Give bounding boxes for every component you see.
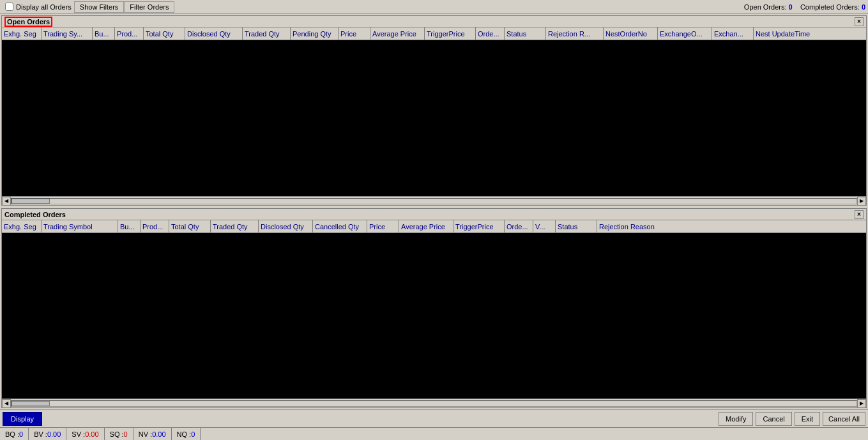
th-exchange-o[interactable]: ExchangeO... [658,27,712,40]
th2-trading-symbol[interactable]: Trading Symbol [42,220,118,232]
th-average-price[interactable]: Average Price [370,27,425,40]
th2-prod[interactable]: Prod... [141,220,169,232]
display-all-checkbox[interactable] [5,3,13,11]
completed-orders-scroll-right[interactable]: ▶ [857,399,866,408]
th2-orde[interactable]: Orde... [505,220,533,232]
th-total-qty[interactable]: Total Qty [144,27,185,40]
cancel-button[interactable]: Cancel [756,412,791,426]
th-traded-qty[interactable]: Traded Qty [243,27,291,40]
completed-orders-scroll-thumb[interactable] [11,401,50,406]
display-button[interactable]: Display [3,412,42,426]
sq-value: 0 [124,430,128,438]
open-orders-table-header: Exhg. Seg Trading Sy... Bu... Prod... To… [2,27,866,40]
bv-status: BV : 0.00 [29,428,66,440]
th-orde[interactable]: Orde... [476,27,505,40]
display-all-orders-btn[interactable]: Display all Orders [3,1,74,12]
th2-rejection-reason[interactable]: Rejection Reason [597,220,674,232]
modify-button[interactable]: Modify [719,412,753,426]
th2-disclosed-qty[interactable]: Disclosed Qty [259,220,313,232]
nv-value: 0.00 [152,430,165,438]
open-orders-header: Open Orders × [2,16,866,27]
th2-price[interactable]: Price [367,220,399,232]
completed-orders-scroll-track[interactable] [11,400,857,407]
th-nest-update-time[interactable]: Nest UpdateTime [754,27,818,40]
th-trading-sy[interactable]: Trading Sy... [42,27,93,40]
th2-status[interactable]: Status [556,220,597,232]
completed-orders-close-btn[interactable]: × [855,210,864,219]
th-prod[interactable]: Prod... [115,27,144,40]
th-bu[interactable]: Bu... [93,27,115,40]
nq-value: 0 [191,430,195,438]
sq-label: SQ : [110,430,124,438]
th2-v[interactable]: V... [533,220,556,232]
th2-trigger-price[interactable]: TriggerPrice [453,220,505,232]
display-all-label: Display all Orders [16,3,72,11]
th2-total-qty[interactable]: Total Qty [169,220,211,232]
filter-orders-btn[interactable]: Filter Orders [124,1,174,13]
open-orders-title: Open Orders [4,17,52,27]
th2-bu[interactable]: Bu... [118,220,141,232]
bottom-toolbar: Display Modify Cancel Exit Cancel All [0,409,868,427]
completed-orders-scroll-left[interactable]: ◀ [2,399,11,408]
completed-orders-table-header: Exhg. Seg Trading Symbol Bu... Prod... T… [2,220,866,233]
th-disclosed-qty[interactable]: Disclosed Qty [185,27,243,40]
th-pending-qty[interactable]: Pending Qty [291,27,339,40]
completed-orders-table-body [2,233,866,398]
completed-orders-title: Completed Orders [4,211,66,218]
sv-value: 0.00 [85,430,98,438]
nq-status: NQ : 0 [172,428,201,440]
toolbar-right: Open Orders: 0 Completed Orders: 0 [744,3,865,11]
nq-label: NQ : [177,430,192,438]
open-orders-close-btn[interactable]: × [855,17,864,26]
th-trigger-price[interactable]: TriggerPrice [425,27,476,40]
bq-status: BQ : 0 [0,428,29,440]
status-bar: BQ : 0 BV : 0.00 SV : 0.00 SQ : 0 NV : 0… [0,427,868,440]
exit-button[interactable]: Exit [795,412,820,426]
nv-status: NV : 0.00 [133,428,172,440]
th-status[interactable]: Status [505,27,546,40]
open-orders-scroll-track[interactable] [11,198,857,204]
toolbar-left: Display all Orders Show Filters Filter O… [3,1,373,13]
open-orders-scroll-thumb[interactable] [11,199,50,204]
th-price[interactable]: Price [339,27,370,40]
sq-status: SQ : 0 [105,428,133,440]
bv-value: 0.00 [47,430,61,438]
th-exchan[interactable]: Exchan... [712,27,754,40]
open-orders-panel: Open Orders × Exhg. Seg Trading Sy... Bu… [1,15,867,206]
th2-exhg-seg[interactable]: Exhg. Seg [2,220,42,232]
th-exhg-seg[interactable]: Exhg. Seg [2,27,42,40]
open-orders-scroll-left[interactable]: ◀ [2,197,11,206]
th-rejection-r[interactable]: Rejection R... [546,27,604,40]
open-orders-scroll-right[interactable]: ▶ [857,197,866,206]
main-content: Open Orders × Exhg. Seg Trading Sy... Bu… [0,14,868,409]
completed-orders-panel: Completed Orders × Exhg. Seg Trading Sym… [1,208,867,408]
bq-label: BQ : [5,430,19,438]
bottom-toolbar-right: Modify Cancel Exit Cancel All [719,412,865,426]
cancel-all-button[interactable]: Cancel All [823,412,865,426]
th2-traded-qty[interactable]: Traded Qty [211,220,259,232]
show-filters-btn[interactable]: Show Filters [74,1,125,13]
open-orders-scrollbar[interactable]: ◀ ▶ [2,196,866,205]
completed-orders-scrollbar[interactable]: ◀ ▶ [2,398,866,407]
open-orders-table-body [2,40,866,196]
sv-status: SV : 0.00 [66,428,104,440]
nv-label: NV : [139,430,152,438]
th2-cancelled-qty[interactable]: Cancelled Qty [313,220,367,232]
bv-label: BV : [34,430,47,438]
bottom-toolbar-left: Display [3,412,42,426]
main-toolbar: Display all Orders Show Filters Filter O… [0,0,868,14]
th-nest-order-no[interactable]: NestOrderNo [604,27,658,40]
sv-label: SV : [72,430,85,438]
open-orders-status: Open Orders: 0 Completed Orders: 0 [744,3,865,11]
completed-orders-header: Completed Orders × [2,209,866,220]
th2-average-price[interactable]: Average Price [399,220,453,232]
bq-value: 0 [19,430,23,438]
